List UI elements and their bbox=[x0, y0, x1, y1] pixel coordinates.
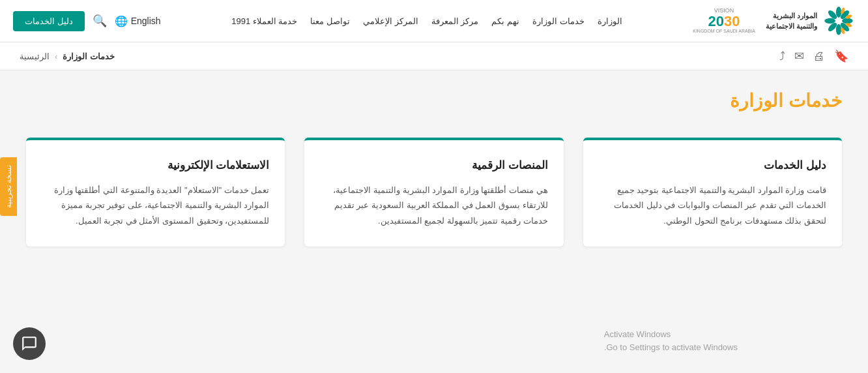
card-electronic-inquiries[interactable]: الاستعلامات الإلكترونية تعمل خدمات "الاس… bbox=[26, 138, 285, 246]
card-electronic-inquiries-body: تعمل خدمات "الاستعلام" العديدة والمتنوعة… bbox=[42, 183, 269, 228]
language-button[interactable]: English 🌐 bbox=[115, 15, 161, 27]
site-header: الموارد البشرية والتنمية الاجتماعية VISI… bbox=[0, 0, 868, 42]
svg-point-6 bbox=[824, 18, 835, 23]
card-digital-platforms[interactable]: المنصات الرقمية هي منصات أطلقتها وزارة ا… bbox=[304, 138, 563, 246]
main-nav: الوزارة خدمات الوزارة نهم بكم مركز المعر… bbox=[231, 15, 622, 27]
side-tab-label: نسخة تجريبية bbox=[4, 165, 13, 208]
card-services-guide-body: قامت وزارة الموارد البشرية والتنمية الاج… bbox=[599, 183, 826, 228]
breadcrumb-home[interactable]: الرئيسية bbox=[20, 52, 50, 61]
ministry-logo: الموارد البشرية والتنمية الاجتماعية bbox=[766, 5, 855, 37]
lang-label: English bbox=[131, 16, 161, 26]
nav-item-ministry[interactable]: الوزارة bbox=[598, 15, 622, 27]
nav-item-ministry-services[interactable]: خدمات الوزارة bbox=[532, 15, 585, 27]
breadcrumb-bar: 🔖 🖨 ✉ ⤴ خدمات الوزارة › الرئيسية bbox=[0, 42, 868, 70]
card-digital-platforms-body: هي منصات أطلقتها وزارة الموارد البشرية و… bbox=[320, 183, 547, 228]
cards-grid: دليل الخدمات قامت وزارة الموارد البشرية … bbox=[26, 138, 842, 246]
search-icon: 🔍 bbox=[93, 14, 107, 27]
svg-point-4 bbox=[836, 24, 841, 35]
card-digital-platforms-title: المنصات الرقمية bbox=[320, 158, 547, 172]
nav-item-contact[interactable]: تواصل معنا bbox=[310, 15, 350, 27]
breadcrumb-current: خدمات الوزارة bbox=[63, 52, 115, 61]
nav-item-knowledge-center[interactable]: مركز المعرفة bbox=[431, 15, 479, 27]
email-icon[interactable]: ✉ bbox=[794, 49, 804, 63]
print-icon[interactable]: 🖨 bbox=[813, 50, 825, 63]
nav-item-media-center[interactable]: المركز الإعلامي bbox=[363, 15, 418, 27]
vision-logo: VISION 2030 KINGDOM OF SAUDI ARABIA bbox=[693, 7, 755, 34]
bookmark-icon[interactable]: 🔖 bbox=[834, 49, 848, 63]
page-title: خدمات الوزارة bbox=[26, 90, 842, 112]
side-tab[interactable]: نسخة تجريبية bbox=[0, 157, 17, 216]
card-services-guide[interactable]: دليل الخدمات قامت وزارة الموارد البشرية … bbox=[583, 138, 842, 246]
services-guide-button[interactable]: دليل الخدمات bbox=[13, 11, 85, 31]
main-content: خدمات الوزارة دليل الخدمات قامت وزارة ال… bbox=[0, 70, 868, 331]
nav-item-customer-service[interactable]: خدمة العملاء 1991 bbox=[231, 15, 297, 27]
svg-point-2 bbox=[842, 18, 853, 23]
breadcrumb-separator: › bbox=[55, 52, 57, 61]
svg-point-12 bbox=[835, 18, 842, 24]
vision-sub: KINGDOM OF SAUDI ARABIA bbox=[693, 29, 755, 34]
globe-icon: 🌐 bbox=[115, 15, 128, 27]
card-electronic-inquiries-title: الاستعلامات الإلكترونية bbox=[42, 158, 269, 172]
toolbar-icons: 🔖 🖨 ✉ ⤴ bbox=[779, 49, 848, 63]
breadcrumb: خدمات الوزارة › الرئيسية bbox=[20, 52, 115, 61]
ministry-icon bbox=[822, 5, 855, 37]
nav-item-care[interactable]: نهم بكم bbox=[491, 15, 519, 27]
svg-point-0 bbox=[836, 7, 841, 18]
search-button[interactable]: 🔍 bbox=[93, 14, 107, 28]
header-right: الموارد البشرية والتنمية الاجتماعية VISI… bbox=[693, 5, 855, 37]
header-left: English 🌐 🔍 دليل الخدمات bbox=[13, 11, 161, 31]
card-services-guide-title: دليل الخدمات bbox=[599, 158, 826, 172]
vision-year: 2030 bbox=[708, 14, 740, 29]
ministry-name: الموارد البشرية والتنمية الاجتماعية bbox=[766, 10, 817, 32]
share-icon[interactable]: ⤴ bbox=[779, 50, 785, 63]
